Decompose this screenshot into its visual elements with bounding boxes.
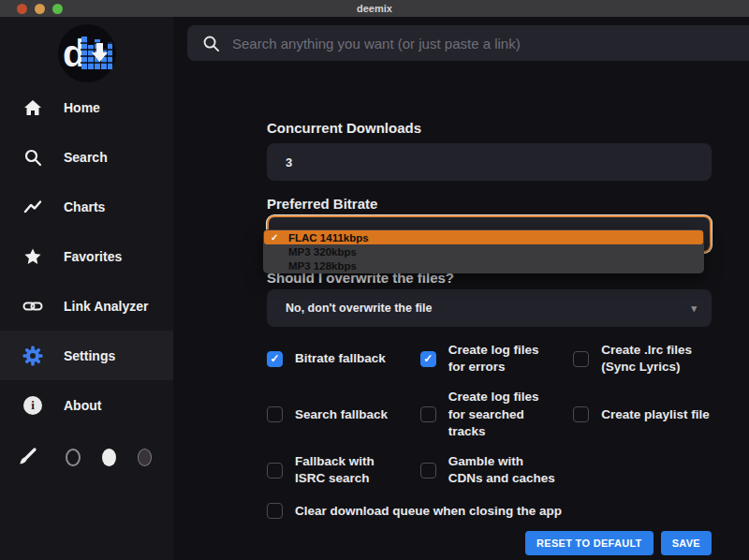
sidebar-item-label: Home: [64, 100, 100, 115]
options-checkbox-grid: Bitrate fallback Search fallback Fallbac…: [267, 342, 712, 488]
chevron-down-icon: ▾: [691, 302, 697, 315]
checkbox-log-errors[interactable]: Create log files for errors: [420, 342, 559, 376]
checkbox-label: Create log files for searched tracks: [448, 389, 559, 440]
preferred-bitrate-select-wrap: FLAC 1411kbps FLAC 1411kbps MP3 320kbps …: [267, 215, 712, 253]
sidebar-item-label: Settings: [64, 348, 115, 363]
sidebar-item-label: Link Analyzer: [64, 299, 149, 314]
checkbox-label: Fallback with ISRC search: [295, 453, 405, 487]
sidebar: d Home: [0, 17, 173, 560]
zoom-window-button[interactable]: [52, 4, 63, 14]
overwrite-select[interactable]: No, don't overwrite the file ▾: [267, 289, 712, 327]
star-icon: [22, 247, 43, 266]
checkbox-box: [267, 463, 283, 479]
theme-purple-button[interactable]: [138, 449, 152, 466]
checkbox-box: [420, 463, 436, 479]
overwrite-select-wrap: No, don't overwrite the file ▾: [267, 289, 712, 327]
link-icon: [22, 297, 43, 316]
checkbox-playlist-file[interactable]: Create playlist file: [573, 406, 712, 423]
close-window-button[interactable]: [17, 4, 27, 14]
checkbox-box: [420, 406, 436, 422]
reset-to-default-button[interactable]: RESET TO DEFAULT: [525, 531, 654, 555]
window-title: deemix: [0, 3, 749, 14]
checkbox-clear-queue[interactable]: Clear download queue when closing the ap…: [267, 503, 712, 520]
info-icon: i: [22, 396, 43, 415]
checkbox-label: Clear download queue when closing the ap…: [295, 503, 562, 520]
checkbox-lrc-files[interactable]: Create .lrc files (Sync Lyrics): [573, 342, 712, 376]
sidebar-item-label: Charts: [64, 199, 105, 214]
action-buttons: RESET TO DEFAULT SAVE: [267, 531, 712, 555]
window-controls: [17, 4, 63, 14]
preferred-bitrate-label: Preferred Bitrate: [267, 196, 712, 212]
sidebar-item-about[interactable]: i About: [0, 380, 173, 430]
checkbox-box: [267, 503, 283, 519]
checkbox-box: [573, 406, 589, 422]
concurrent-downloads-input[interactable]: [267, 143, 712, 181]
sidebar-item-label: Favorites: [64, 249, 122, 264]
overwrite-value: No, don't overwrite the file: [286, 302, 432, 315]
main-area: Concurrent Downloads Preferred Bitrate F…: [173, 17, 749, 560]
sidebar-item-link-analyzer[interactable]: Link Analyzer: [0, 281, 173, 331]
checkbox-box: [420, 351, 436, 367]
checkbox-label: Create log files for errors: [448, 342, 559, 376]
checkbox-label: Create .lrc files (Sync Lyrics): [601, 342, 712, 376]
deemix-logo-icon: d: [58, 24, 116, 82]
checkbox-label: Gamble with CDNs and caches: [448, 453, 559, 487]
search-row: [173, 17, 749, 75]
bitrate-option-flac[interactable]: FLAC 1411kbps: [264, 230, 703, 244]
checkbox-box: [267, 406, 283, 422]
app-logo[interactable]: d: [0, 17, 173, 82]
option-label: FLAC 1411kbps: [288, 232, 369, 243]
checkbox-gamble-cdns[interactable]: Gamble with CDNs and caches: [420, 453, 559, 487]
sidebar-item-charts[interactable]: Charts: [0, 182, 173, 231]
sidebar-item-search[interactable]: Search: [0, 132, 173, 182]
paintbrush-icon: [17, 447, 37, 467]
bitrate-option-mp3-128[interactable]: MP3 128kbps: [263, 258, 704, 273]
option-label: MP3 128kbps: [288, 260, 357, 272]
checkbox-log-searched[interactable]: Create log files for searched tracks: [420, 389, 559, 440]
search-icon: [22, 148, 43, 167]
theme-light-button[interactable]: [102, 449, 116, 466]
checkbox-label: Create playlist file: [601, 406, 710, 423]
checkbox-label: Search fallback: [295, 406, 388, 423]
checkbox-bitrate-fallback[interactable]: Bitrate fallback: [267, 350, 405, 367]
sidebar-item-label: Search: [64, 150, 108, 165]
minimize-window-button[interactable]: [35, 4, 45, 14]
checkbox-box: [267, 351, 283, 367]
titlebar: deemix: [0, 0, 749, 17]
theme-switcher: [0, 447, 173, 467]
charts-icon: [22, 198, 43, 216]
search-input[interactable]: [232, 25, 749, 61]
sidebar-item-favorites[interactable]: Favorites: [0, 231, 173, 281]
search-icon: [202, 35, 220, 52]
checkbox-box: [573, 351, 589, 367]
sidebar-item-home[interactable]: Home: [0, 82, 173, 132]
settings-panel: Concurrent Downloads Preferred Bitrate F…: [173, 75, 749, 560]
checkbox-isrc-fallback[interactable]: Fallback with ISRC search: [267, 453, 405, 487]
option-label: MP3 320kbps: [288, 246, 357, 258]
bitrate-dropdown-menu: FLAC 1411kbps MP3 320kbps MP3 128kbps: [263, 229, 704, 273]
app-window: d Home: [0, 17, 749, 560]
concurrent-downloads-label: Concurrent Downloads: [267, 120, 712, 136]
theme-dark-button[interactable]: [66, 449, 81, 466]
home-icon: [22, 98, 43, 117]
sidebar-item-label: About: [64, 398, 101, 413]
save-button[interactable]: SAVE: [661, 531, 712, 555]
bitrate-option-mp3-320[interactable]: MP3 320kbps: [263, 244, 704, 258]
sidebar-item-settings[interactable]: Settings: [0, 331, 173, 380]
search-bar[interactable]: [187, 25, 749, 61]
checkbox-search-fallback[interactable]: Search fallback: [267, 406, 405, 423]
checkbox-label: Bitrate fallback: [295, 350, 386, 367]
gear-icon: [22, 346, 43, 366]
